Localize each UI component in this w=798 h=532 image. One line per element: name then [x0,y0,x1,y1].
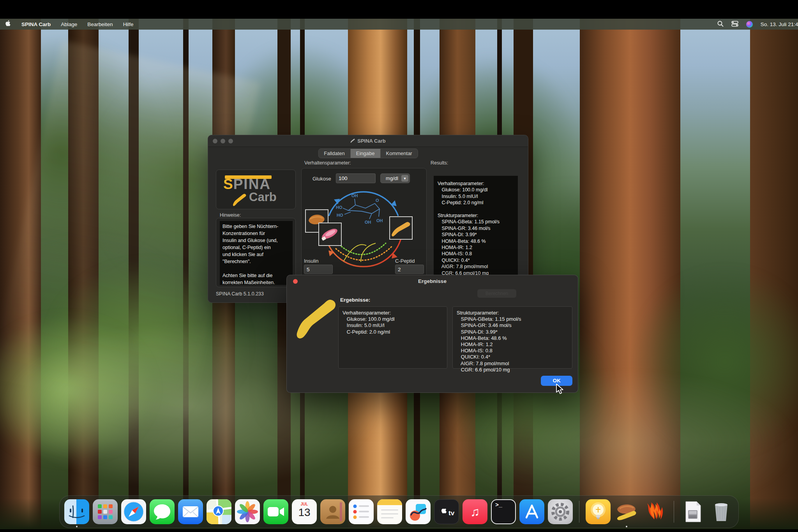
text-line: Insulin: 5.0 mIU/l [438,193,514,200]
menu-hilfe[interactable]: Hilfe [123,21,134,27]
hints-text: Bitte geben Sie Nüchtern-Konzentrationen… [220,221,293,285]
input-panel: Glukose mg/dl ▾ [301,168,427,283]
calendar-month: JUL [292,502,317,506]
hinweise-label: Hinweise: [220,212,241,218]
siri-icon[interactable] [746,21,753,28]
dock-icon-simthyr[interactable] [643,499,667,524]
text-line: C-Peptid: 2.0 ng/ml [343,329,443,335]
text-line: Glukose: 100.0 mg/dl [343,316,443,322]
dock-icon-spina-thyr[interactable] [586,499,611,524]
text-line: Glukose: 100.0 mg/dl [438,187,514,193]
dock-icon-photos[interactable] [235,499,260,524]
text-line [222,265,290,272]
svg-text:tv: tv [448,509,455,517]
dock-icon-safari[interactable] [121,499,146,524]
text-line: SPINA-GBeta: 1.15 pmol/s [438,219,514,225]
text-line: HOMA-IR: 1.2 [438,244,514,251]
dock-icon-terminal[interactable]: >_ [491,499,516,524]
tab-falldaten[interactable]: Falldaten [318,149,350,158]
text-line: SPINA-GR: 3.46 mol/s [457,322,568,329]
menu-bar: SPINA Carb Ablage Bearbeiten Hilfe So. 1… [0,19,798,30]
menu-app-name[interactable]: SPINA Carb [21,21,51,27]
text-line: AIGR: 7.8 pmol/mmol [438,263,514,270]
dialog-heading: Ergebnisse: [340,297,370,303]
menu-clock[interactable]: So. 13. Juli 21:48 [761,21,798,27]
svg-text:HO: HO [336,205,343,210]
dock-icon-system-settings[interactable] [548,499,573,524]
svg-text:OH: OH [365,220,371,224]
dock-divider [579,501,579,523]
dock-divider [674,501,674,523]
dock-icon-mail[interactable] [178,499,203,524]
tab-eingabe[interactable]: Eingabe [351,149,381,158]
dock-icon-reminders[interactable] [349,499,374,524]
svg-text:HO: HO [337,213,343,217]
text-line: Insulin: 5.0 mIU/l [343,322,443,329]
menu-ablage[interactable]: Ablage [61,21,77,27]
text-line: SPINA-GBeta: 1.15 pmol/s [457,316,568,322]
running-indicator [626,526,627,527]
dock-icon-finder[interactable] [64,499,89,524]
dock-icon-contacts[interactable] [320,499,345,524]
insulin-label: Insulin [304,258,319,264]
window-title: SPINA Carb [208,138,528,144]
text-line: korrekten Maßeinheiten. [222,279,290,286]
window-titlebar[interactable]: SPINA Carb [208,135,528,147]
insulin-input[interactable] [304,265,333,274]
control-center-icon[interactable] [731,21,738,28]
glukose-input[interactable] [336,173,376,183]
ergebnisse-dialog: Ergebnisse Berechnen Ergebnisse: Verhalt… [286,275,578,393]
music-note-glyph: ♫ [470,505,480,519]
search-icon[interactable] [717,21,724,28]
dock-icon-maps[interactable] [207,499,231,524]
dock-icon-app-store[interactable] [519,499,544,524]
pancreas-logo-icon [232,193,248,208]
menu-bearbeiten[interactable]: Bearbeiten [87,21,113,27]
terminal-prompt-glyph: >_ [495,502,502,509]
text-line: Verhaltensparameter: [438,180,514,187]
dock-icon-trash[interactable] [709,499,734,524]
glukose-unit-select[interactable]: mg/dl ▾ [380,173,410,183]
tab-kommentar[interactable]: Kommentar [381,149,418,158]
behavior-params-box: Verhaltensparameter: Glukose: 100.0 mg/d… [338,306,447,369]
text-line: Bitte geben Sie Nüchtern- [222,223,290,230]
apple-menu-icon[interactable] [5,20,11,28]
dock-icon-spina-carb[interactable] [614,499,639,524]
dock-icon-facetime[interactable] [263,499,288,524]
dock-icon-freeform[interactable] [406,499,431,524]
text-line: Achten Sie bitte auf die [222,272,290,279]
running-indicator [76,526,78,527]
text-line: Konzentrationen für [222,230,290,237]
svg-text:OH: OH [376,218,383,223]
tab-bar: Falldaten Eingabe Kommentar [318,148,418,158]
text-line: QUICKI: 0.4* [438,257,514,263]
text-line: Strukturparameter: [457,310,568,316]
text-line: HOMA-Beta: 48.6 % [438,238,514,244]
mouse-cursor [555,384,565,394]
calendar-day: 13 [292,506,317,519]
text-line: QUICKI: 0.4* [457,354,568,360]
dock-icon-launchpad[interactable] [93,499,118,524]
cpeptid-label: C-Peptid [395,258,415,264]
text-line: AIGR: 7.8 pmol/mmol [457,361,568,367]
text-line [438,206,514,212]
glucose-cycle-diagram: OH HO HO O OH OH [302,185,426,267]
cpeptid-input[interactable] [395,265,424,274]
results-box: Verhaltensparameter: Glukose: 100.0 mg/d… [434,176,518,281]
version-label: SPINA Carb 5.1.0.233 [216,291,264,297]
dock-icon-installer[interactable] [680,499,705,524]
results-section-label: Results: [431,160,448,166]
text-line: "Berechnen". [222,258,290,265]
dock-icon-messages[interactable] [150,499,175,524]
structure-params-box: Strukturparameter: SPINA-GBeta: 1.15 pmo… [452,306,572,369]
dock-icon-notes[interactable] [377,499,402,524]
app-icon [350,138,355,143]
dock-icon-apple-tv[interactable]: tv [434,499,459,524]
text-line: optional, C-Peptid) ein [222,244,290,251]
spina-carb-logo: SPINA Carb [216,170,296,209]
text-line: SPINA-GR: 3.46 mol/s [438,225,514,232]
dock-icon-calendar[interactable]: JUL 13 [292,499,317,524]
text-line: Insulin and Glukose (und, [222,237,290,244]
dock-icon-music[interactable]: ♫ [463,499,487,524]
berechnen-ghost-button: Berechnen [477,289,516,298]
